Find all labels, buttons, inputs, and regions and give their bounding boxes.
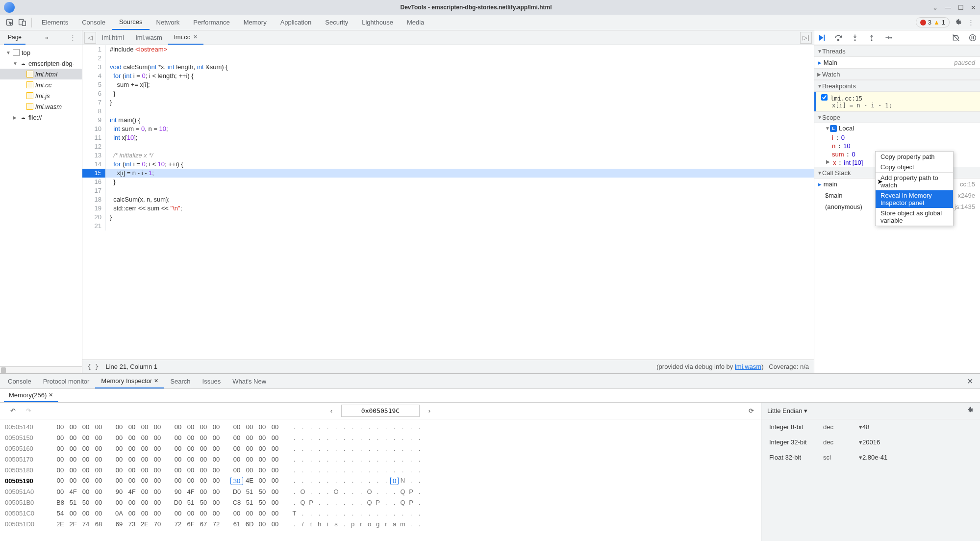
source-map-link[interactable]: lmi.wasm — [735, 363, 761, 370]
watch-section-header[interactable]: ▶Watch — [814, 68, 980, 80]
code-line[interactable]: 18 calcSum(x, n, sum); — [82, 195, 814, 204]
code-line[interactable]: 13 /* initialize x */ — [82, 151, 814, 160]
code-line[interactable]: 19 std::cerr << sum << "\n"; — [82, 204, 814, 213]
memory-tab[interactable]: Memory(256)✕ — [4, 389, 58, 402]
drawer-tab[interactable]: Search — [164, 374, 196, 388]
history-back-icon[interactable]: ↶ — [7, 405, 19, 417]
close-icon[interactable]: ✕ — [971, 4, 976, 11]
editor-tab[interactable]: lmi.cc✕ — [168, 30, 203, 45]
tab-application[interactable]: Application — [274, 15, 319, 30]
code-line[interactable]: 4 for (int i = 0; i < length; ++i) { — [82, 72, 814, 80]
memory-hex-table[interactable]: 0050514000000000000000000000000000000000… — [0, 419, 761, 541]
code-line[interactable]: 3void calcSum(int *x, int length, int &s… — [82, 63, 814, 72]
editor-run-snippet-icon[interactable]: ▷| — [800, 32, 812, 44]
tab-elements[interactable]: Elements — [35, 15, 75, 30]
minimize-icon[interactable]: ― — [945, 4, 951, 11]
tab-console[interactable]: Console — [75, 15, 112, 30]
code-line[interactable]: 11 int x[10]; — [82, 133, 814, 142]
page-tab[interactable]: Page — [4, 30, 25, 45]
drawer-tab[interactable]: Console — [2, 374, 37, 388]
drawer-tab[interactable]: Memory Inspector✕ — [95, 374, 164, 388]
tree-file[interactable]: lmi.js — [0, 90, 82, 101]
tab-memory[interactable]: Memory — [237, 15, 274, 30]
memory-row[interactable]: 0050516000000000000000000000000000000000… — [5, 443, 756, 454]
memory-row[interactable]: 005051B0B851500000000000D0515000C8515000… — [5, 497, 756, 508]
code-line[interactable]: 12 — [82, 142, 814, 151]
code-line[interactable]: 8 — [82, 107, 814, 116]
memory-row[interactable]: 0050517000000000000000000000000000000000… — [5, 454, 756, 464]
tree-file[interactable]: lmi.wasm — [0, 101, 82, 112]
close-icon[interactable]: ✕ — [154, 378, 158, 384]
format-select[interactable]: sci ▾ — [823, 454, 862, 461]
code-line[interactable]: 14 for (int i = 0; i < 10; ++i) { — [82, 160, 814, 169]
close-icon[interactable]: ✕ — [193, 34, 198, 40]
tab-sources[interactable]: Sources — [112, 15, 150, 30]
thread-row[interactable]: Mainpaused — [814, 57, 980, 68]
context-menu-item[interactable]: Copy object — [876, 162, 953, 172]
memory-row[interactable]: 00505190000000000000000000000000304E0000… — [5, 475, 756, 486]
code-line[interactable]: 6 } — [82, 89, 814, 98]
scope-local[interactable]: ▼LLocal — [814, 123, 980, 133]
context-menu-item[interactable]: Store object as global variable — [876, 208, 953, 226]
step-over-icon[interactable] — [834, 33, 843, 42]
memory-row[interactable]: 005051C0540000000A0000000000000000000000… — [5, 508, 756, 518]
code-line[interactable]: 1#include <iostream> — [82, 45, 814, 54]
resume-icon[interactable] — [817, 33, 826, 42]
code-line[interactable]: 7} — [82, 98, 814, 107]
error-warning-badge[interactable]: 3 ▲ 1 — [916, 17, 950, 27]
format-select[interactable]: dec ▾ — [823, 438, 862, 446]
memory-address-input[interactable] — [341, 405, 420, 417]
prev-page-icon[interactable]: ‹ — [326, 405, 337, 417]
editor-tab[interactable]: lmi.wasm — [130, 30, 168, 45]
context-menu-item[interactable]: Reveal in Memory Inspector panel — [876, 190, 953, 208]
code-line[interactable]: 17 — [82, 186, 814, 195]
scope-variable[interactable]: n: 10 — [814, 142, 980, 150]
tab-media[interactable]: Media — [400, 15, 431, 30]
code-line[interactable]: 16 } — [82, 178, 814, 186]
navigator-menu-icon[interactable]: ⋮ — [68, 33, 78, 42]
context-menu-item[interactable]: Copy property path — [876, 152, 953, 162]
drawer-tab[interactable]: What's New — [226, 374, 272, 388]
device-toggle-icon[interactable] — [16, 16, 28, 29]
code-line[interactable]: 20} — [82, 213, 814, 222]
code-line[interactable]: 15 x[i] = n - i - 1; — [82, 169, 814, 178]
tab-network[interactable]: Network — [150, 15, 187, 30]
tab-security[interactable]: Security — [318, 15, 355, 30]
tab-performance[interactable]: Performance — [186, 15, 236, 30]
deactivate-breakpoints-icon[interactable] — [952, 33, 960, 42]
memory-row[interactable]: 0050515000000000000000000000000000000000… — [5, 432, 756, 443]
code-line[interactable]: 2 — [82, 54, 814, 63]
scope-variable[interactable]: i: 0 — [814, 133, 980, 142]
close-icon[interactable]: ✕ — [49, 392, 53, 398]
code-line[interactable]: 21 — [82, 222, 814, 231]
refresh-icon[interactable]: ⟳ — [749, 407, 754, 414]
maximize-icon[interactable]: ☐ — [958, 4, 964, 11]
scope-section-header[interactable]: ▼Scope — [814, 111, 980, 123]
code-line[interactable]: 9int main() { — [82, 116, 814, 125]
code-editor[interactable]: 1#include <iostream>23void calcSum(int *… — [82, 45, 814, 360]
breakpoint-checkbox[interactable] — [821, 94, 828, 101]
tab-lighthouse[interactable]: Lighthouse — [355, 15, 400, 30]
memory-settings-icon[interactable] — [966, 406, 974, 415]
memory-row[interactable]: 0050514000000000000000000000000000000000… — [5, 421, 756, 432]
breakpoints-section-header[interactable]: ▼Breakpoints — [814, 80, 980, 92]
editor-nav-back-icon[interactable]: ◁ — [84, 32, 96, 44]
drawer-close-icon[interactable]: ✕ — [962, 377, 978, 386]
navigator-more-icon[interactable]: » — [43, 33, 50, 42]
pause-on-exceptions-icon[interactable] — [968, 33, 977, 42]
drawer-tab[interactable]: Issues — [197, 374, 227, 388]
history-forward-icon[interactable]: ↷ — [23, 405, 34, 417]
editor-tab[interactable]: lmi.html — [96, 30, 130, 45]
memory-row[interactable]: 0050518000000000000000000000000000000000… — [5, 464, 756, 475]
step-icon[interactable] — [884, 33, 893, 42]
endianness-select[interactable]: Little Endian ▾ — [767, 407, 807, 414]
tree-file-proto[interactable]: ▶file:// — [0, 112, 82, 123]
more-icon[interactable]: ⋮ — [964, 16, 977, 29]
memory-row[interactable]: 005051D02E2F746869732E70726F6772616D0000… — [5, 518, 756, 529]
tree-file[interactable]: lmi.html — [0, 69, 82, 79]
next-page-icon[interactable]: › — [424, 405, 435, 417]
step-out-icon[interactable] — [867, 33, 876, 42]
drawer-tab[interactable]: Protocol monitor — [37, 374, 96, 388]
tree-top[interactable]: ▼top — [0, 47, 82, 58]
tree-file[interactable]: lmi.cc — [0, 79, 82, 90]
